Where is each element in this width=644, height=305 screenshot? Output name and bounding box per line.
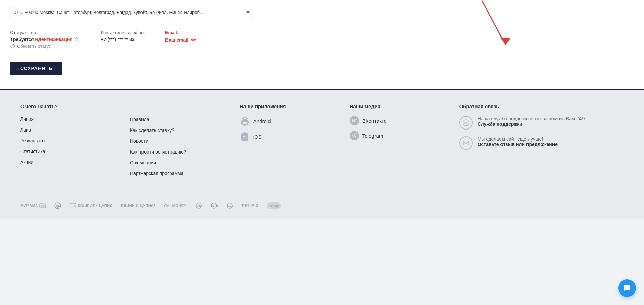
list-item[interactable]: Статистика bbox=[20, 148, 130, 155]
payment-koshelek: Кошелек ЦУПИС bbox=[70, 203, 113, 208]
col1-list: Линия Лайв Результаты Статистика Акции bbox=[20, 116, 130, 165]
save-button[interactable]: СОХРАНИТЬ bbox=[10, 62, 62, 75]
svg-point-10 bbox=[244, 132, 246, 133]
footer-columns: С чего начать? Линия Лайв Результаты Ста… bbox=[20, 103, 624, 181]
refresh-row[interactable]: Обновить статус bbox=[10, 44, 80, 49]
phone-value: +7 (***) *** ** 83 bbox=[101, 37, 145, 42]
status-row: Статус счета: Требуется идентификация i … bbox=[10, 30, 634, 49]
link-registration[interactable]: Как пройти регистрацию? bbox=[130, 149, 186, 155]
payment-mir-visa: МИР VISA bbox=[20, 203, 46, 208]
vk-label: ВКонтакте bbox=[362, 118, 387, 124]
payment-pay: Pay bbox=[266, 202, 281, 209]
visa-label: VISA bbox=[30, 204, 38, 208]
list-item[interactable]: Новости bbox=[130, 138, 240, 144]
email-value: Ваш email ✏ bbox=[165, 37, 196, 43]
payment-row: МИР VISA QIWI Кошелек ЦУПИС ЕДИНЫЙ ЦУПИС… bbox=[20, 195, 624, 209]
payment-megafon: МегаФон bbox=[210, 202, 218, 209]
list-item[interactable]: Как пройти регистрацию? bbox=[130, 149, 240, 155]
list-item[interactable]: Лайв bbox=[20, 127, 130, 133]
support-sub: Служба поддержки bbox=[478, 121, 586, 127]
contact-feedback[interactable]: Мы сделаем сайт еще лучше! Оставьте отзы… bbox=[459, 136, 624, 150]
footer: С чего начать? Линия Лайв Результаты Ста… bbox=[0, 90, 644, 219]
email-label: Email: bbox=[165, 30, 196, 35]
list-item[interactable]: Акции bbox=[20, 159, 130, 165]
payment-tele2: TELE2 bbox=[241, 203, 258, 208]
app-ios[interactable]: iOS bbox=[240, 132, 350, 142]
list-item[interactable]: О компании bbox=[130, 160, 240, 166]
link-promotions[interactable]: Акции bbox=[20, 160, 33, 165]
list-item[interactable]: Как сделать ставку? bbox=[130, 127, 240, 133]
payment-io-money: IO money bbox=[163, 203, 187, 208]
status-value: Требуется идентификация i bbox=[10, 37, 80, 42]
red-arrow-svg bbox=[472, 0, 512, 51]
status-label: Статус счета: bbox=[10, 30, 80, 35]
email-block: Email: Ваш email ✏ bbox=[165, 30, 196, 43]
tele2-label: TELE bbox=[241, 203, 255, 208]
svg-rect-7 bbox=[243, 122, 246, 123]
footer-col-info: Правила Как сделать ставку? Новости Как … bbox=[130, 103, 240, 181]
link-line[interactable]: Линия bbox=[20, 116, 34, 122]
phone-label: Контактный телефон: bbox=[101, 30, 145, 35]
identification-link[interactable]: идентификация bbox=[35, 37, 72, 42]
refresh-icon bbox=[10, 44, 15, 49]
mir-label: МИР bbox=[20, 203, 29, 208]
svg-text:МегаФон: МегаФон bbox=[211, 205, 218, 207]
list-item[interactable]: Результаты bbox=[20, 138, 130, 144]
media-telegram[interactable]: Telegram bbox=[350, 131, 459, 140]
svg-rect-13 bbox=[463, 141, 469, 145]
svg-text:Билайн: Билайн bbox=[227, 205, 233, 207]
contact-heading: Обратная связь bbox=[459, 103, 624, 109]
support-icon: 24 bbox=[459, 116, 473, 130]
ios-label: iOS bbox=[253, 134, 262, 140]
list-item[interactable]: Правила bbox=[130, 116, 240, 122]
contact-support[interactable]: 24 Наша служба поддержки готова помочь В… bbox=[459, 116, 624, 130]
col2-list: Правила Как сделать ставку? Новости Как … bbox=[130, 116, 240, 177]
status-prefix: Требуется bbox=[10, 37, 35, 42]
io-money-label: money bbox=[172, 204, 187, 208]
svg-point-16 bbox=[43, 205, 45, 207]
svg-point-5 bbox=[243, 118, 244, 119]
svg-rect-20 bbox=[74, 205, 76, 207]
phone-block: Контактный телефон: +7 (***) *** ** 83 bbox=[101, 30, 145, 42]
media-heading: Наши медиа bbox=[350, 103, 459, 109]
link-live[interactable]: Лайв bbox=[20, 127, 31, 133]
svg-text:Pay: Pay bbox=[273, 204, 279, 208]
svg-point-15 bbox=[41, 205, 43, 207]
footer-col-contact: Обратная связь 24 Наша служба поддержки … bbox=[459, 103, 624, 181]
list-item[interactable]: Линия bbox=[20, 116, 130, 122]
svg-text:IO: IO bbox=[167, 205, 170, 207]
payment-mts: МТС bbox=[195, 202, 202, 209]
timezone-select[interactable]: UTC +03:00 Москва, Санкт-Петербург, Волг… bbox=[10, 7, 253, 18]
col1-heading: С чего начать? bbox=[20, 103, 130, 109]
refresh-text[interactable]: Обновить статус bbox=[17, 44, 51, 49]
link-about[interactable]: О компании bbox=[130, 160, 156, 165]
support-main: Наша служба поддержки готова помочь Вам … bbox=[478, 116, 586, 121]
edit-email-icon[interactable]: ✏ bbox=[191, 37, 196, 43]
status-block: Статус счета: Требуется идентификация i … bbox=[10, 30, 80, 49]
svg-rect-8 bbox=[243, 123, 246, 124]
footer-col-media: Наши медиа ВКонтакте Telegram bbox=[350, 103, 459, 181]
svg-text:24: 24 bbox=[464, 121, 467, 125]
feedback-text: Мы сделаем сайт еще лучше! Оставьте отзы… bbox=[478, 136, 558, 150]
footer-col-apps: Наши приложения Android bbox=[240, 103, 350, 181]
payment-tsupis: ЕДИНЫЙ ЦУПИС¹ bbox=[121, 204, 155, 208]
apps-heading: Наши приложения bbox=[240, 103, 350, 109]
form-section: UTC +03:00 Москва, Санкт-Петербург, Волг… bbox=[0, 0, 644, 90]
koshelek-label: Кошелек ЦУПИС bbox=[78, 204, 113, 208]
payment-qiwi: QIWI bbox=[54, 202, 61, 209]
link-news[interactable]: Новости bbox=[130, 138, 148, 144]
svg-text:QIWI: QIWI bbox=[56, 205, 61, 208]
form-divider bbox=[10, 25, 634, 25]
link-partner[interactable]: Партнерская программа bbox=[130, 171, 184, 176]
link-results[interactable]: Результаты bbox=[20, 138, 45, 143]
link-how-to-bet[interactable]: Как сделать ставку? bbox=[130, 127, 174, 133]
telegram-label: Telegram bbox=[362, 133, 383, 139]
link-statistics[interactable]: Статистика bbox=[20, 149, 45, 154]
media-vk[interactable]: ВКонтакте bbox=[350, 116, 459, 125]
app-android[interactable]: Android bbox=[240, 116, 350, 126]
list-item[interactable]: Партнерская программа bbox=[130, 170, 240, 177]
info-icon[interactable]: i bbox=[75, 37, 80, 42]
svg-point-6 bbox=[246, 118, 247, 119]
link-rules[interactable]: Правила bbox=[130, 117, 149, 122]
telegram-icon bbox=[350, 131, 359, 140]
